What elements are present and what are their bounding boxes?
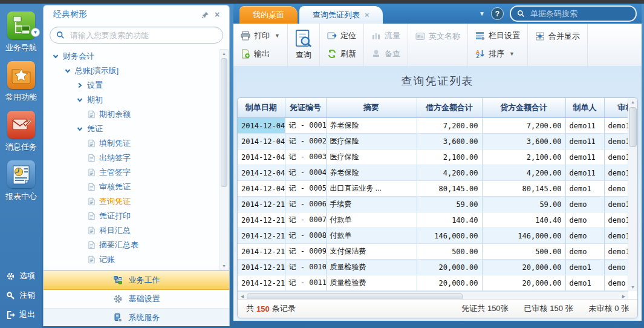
chevron-down-icon[interactable] [76,97,83,103]
barcode-search-input[interactable] [529,8,638,19]
table-cell[interactable]: 医疗保险 [326,134,417,149]
table-cell[interactable]: 140.40 [482,212,565,228]
sidebar-item-message-tasks[interactable]: 消息任务 [0,111,42,153]
table-cell[interactable]: 养老保险 [326,118,417,134]
table-vertical-scrollbar[interactable]: ▲ ▼ [628,98,637,291]
tree-item[interactable]: 设置 [44,78,229,93]
table-row[interactable]: 2014-12-21记 - 0011质量检验费20,000.0020,000.0… [238,275,628,291]
table-cell[interactable]: 146,000.00 [417,228,482,244]
table-cell[interactable]: demo1 [604,244,628,260]
sidebar-item-common-functions[interactable]: 常用功能 [0,61,42,103]
table-cell[interactable]: 4,200.00 [417,165,482,181]
table-cell[interactable]: 付款单 [326,228,417,244]
table-cell[interactable]: demo [565,228,604,244]
tree-item[interactable]: 查询凭证 [44,194,229,209]
tree-item[interactable]: 凭证 [44,122,229,136]
table-cell[interactable]: 2014-12-04 [238,149,285,165]
table-cell[interactable]: demo [565,212,604,228]
table-cell[interactable]: 2014-12-04 [238,181,285,197]
table-cell[interactable]: demo1 [604,149,628,165]
scroll-up-arrow[interactable]: ▲ [220,50,228,57]
table-cell[interactable]: 支付保洁费 [326,244,417,260]
table-cell[interactable]: 质量检验费 [326,260,417,275]
tree-scrollbar[interactable]: ▲ ▼ [220,49,229,271]
table-cell[interactable]: 2014-12-21 [238,212,285,228]
table-cell[interactable]: 59.00 [417,197,482,212]
scroll-right-arrow[interactable]: ▶ [619,294,628,299]
table-cell[interactable]: demo [604,260,628,275]
scroll-down-arrow[interactable]: ▼ [220,262,228,270]
column-header[interactable]: 审核人 [604,98,628,118]
table-cell[interactable]: 4,200.00 [482,165,565,181]
table-cell[interactable]: 手续费 [326,197,417,212]
chevron-down-icon[interactable]: ▼ [479,10,485,17]
close-icon[interactable]: × [211,8,223,21]
table-cell[interactable]: demo1 [565,181,604,197]
table-cell[interactable]: 59.00 [482,197,565,212]
table-cell[interactable]: 2014-12-21 [238,275,285,291]
column-header[interactable]: 凭证编号 [285,98,326,118]
table-row[interactable]: 2014-12-04记 - 0003医疗保险2,100.002,100.00de… [238,149,628,165]
chevron-down-icon[interactable]: ▼ [275,33,280,39]
column-header[interactable]: 制单人 [565,98,604,118]
table-cell[interactable]: 80,145.00 [417,181,482,197]
table-row[interactable]: 2014-12-04记 - 0002医疗保险3,600.003,600.00de… [238,134,628,149]
table-row[interactable]: 2014-12-21记 - 0009支付保洁费500.00500.00demod… [238,244,628,260]
table-cell[interactable]: demo1 [604,165,628,181]
table-cell[interactable]: 2014-12-04 [238,118,285,134]
chevron-right-icon[interactable] [76,82,83,88]
table-cell[interactable]: 医疗保险 [326,149,417,165]
table-cell[interactable]: demo11 [565,118,604,134]
column-header[interactable]: 借方金额合计 [417,98,482,118]
tree-item[interactable]: 总账[演示版] [44,64,229,78]
chevron-down-icon[interactable] [76,126,83,132]
flow-button[interactable]: 流量 [371,28,400,44]
panel-button-basic-settings[interactable]: 基础设置 [44,290,229,309]
table-cell[interactable]: 出口直运业务 ... [326,181,417,197]
table-cell[interactable]: 140.40 [417,212,482,228]
table-cell[interactable]: 记 - 0009 [285,244,326,260]
column-header[interactable]: 贷方金额合计 [482,98,565,118]
table-row[interactable]: 2014-12-21记 - 0010质量检验费20,000.0020,000.0… [238,260,628,275]
collapse-chevron-icon[interactable]: ▼ [31,28,40,37]
scrollbar-thumb[interactable] [221,58,227,187]
table-cell[interactable]: 记 - 0007 [285,212,326,228]
table-cell[interactable]: 500.00 [417,244,482,260]
table-cell[interactable]: 2014-12-21 [238,197,285,212]
table-cell[interactable]: 2014-12-21 [238,260,285,275]
table-cell[interactable]: demo11 [565,134,604,149]
table-cell[interactable]: 20,000.00 [482,260,565,275]
table-cell[interactable]: 付款单 [326,212,417,228]
tree-item[interactable]: 期初 [44,93,229,107]
tree-item[interactable]: 期初余额 [44,107,229,122]
table-cell[interactable]: 3,600.00 [417,134,482,149]
table-cell[interactable]: 146,000.00 [482,228,565,244]
table-row[interactable]: 2014-12-21记 - 0007付款单140.40140.40demodem… [238,212,628,228]
table-cell[interactable]: 2014-12-04 [238,165,285,181]
tree-item[interactable]: 填制凭证 [44,136,229,151]
scrollbar-thumb[interactable] [629,107,637,147]
table-cell[interactable]: 2014-12-04 [238,134,285,149]
tree-item[interactable]: 凭证打印 [44,209,229,223]
column-header[interactable]: 制单日期 [238,98,285,118]
table-cell[interactable]: demo1 [604,134,628,149]
help-icon[interactable]: ? [491,7,504,20]
table-cell[interactable]: demo1 [565,275,604,291]
table-cell[interactable]: demo [565,197,604,212]
table-cell[interactable]: 记 - 0003 [285,149,326,165]
table-cell[interactable]: 20,000.00 [482,275,565,291]
table-cell[interactable]: demo11 [565,149,604,165]
table-row[interactable]: 2014-12-21记 - 0008付款单146,000.00146,000.0… [238,228,628,244]
table-row[interactable]: 2014-12-04记 - 0005出口直运业务 ...80,145.0080,… [238,181,628,197]
barcode-search-box[interactable] [510,5,637,22]
table-cell[interactable]: demo1 [604,212,628,228]
sidebar-footer-exit[interactable]: 退出 [0,305,42,324]
tree-item[interactable]: 记账 [44,252,229,267]
table-cell[interactable]: 3,600.00 [482,134,565,149]
reference-button[interactable]: 备查 [371,46,400,62]
table-row[interactable]: 2014-12-21记 - 0006手续费59.0059.00demodemo1 [238,197,628,212]
scroll-left-arrow[interactable]: ◀ [238,294,247,299]
table-cell[interactable]: 80,145.00 [482,181,565,197]
chevron-down-icon[interactable] [64,68,71,74]
chevron-down-icon[interactable]: ▼ [509,51,515,57]
